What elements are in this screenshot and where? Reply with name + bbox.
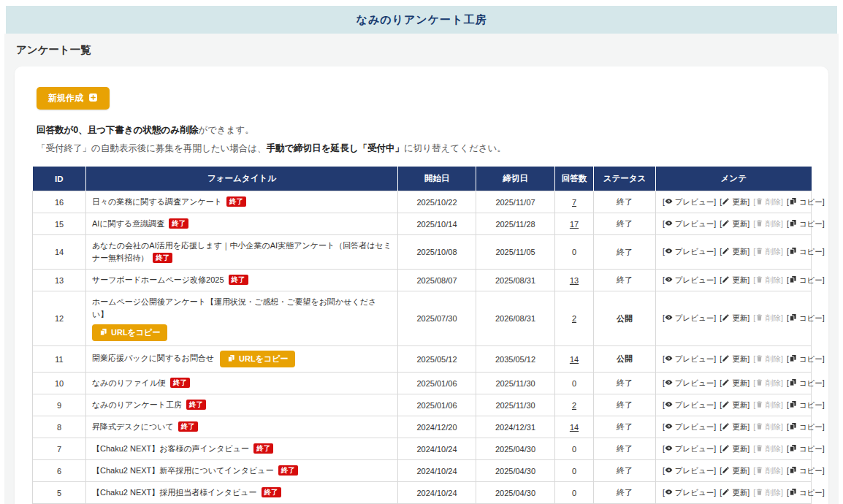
copy-button[interactable]: [ コピー] bbox=[787, 400, 825, 409]
delete-button[interactable]: [ 削除] bbox=[753, 219, 783, 228]
preview-button[interactable]: [ プレビュー] bbox=[663, 247, 716, 256]
update-button[interactable]: [ 更新] bbox=[720, 354, 749, 363]
preview-button[interactable]: [ プレビュー] bbox=[663, 313, 716, 322]
update-button[interactable]: [ 更新] bbox=[720, 400, 749, 409]
ended-badge: 終了 bbox=[253, 443, 273, 454]
preview-button[interactable]: [ プレビュー] bbox=[663, 275, 716, 284]
delete-button[interactable]: [ 削除] bbox=[753, 275, 783, 284]
form-title: 日々の業務に関する調査アンケート bbox=[92, 197, 222, 206]
deadline-date: 2025/11/30 bbox=[476, 394, 555, 416]
response-count-link[interactable]: 2 bbox=[572, 401, 576, 410]
update-button[interactable]: [ 更新] bbox=[720, 488, 749, 497]
delete-button[interactable]: [ 削除] bbox=[753, 247, 783, 256]
bracket: ] bbox=[747, 400, 749, 409]
copy-icon bbox=[789, 444, 797, 453]
response-count-cell: 7 bbox=[555, 191, 594, 213]
delete-button[interactable]: [ 削除] bbox=[753, 313, 783, 322]
deadline-date: 2025/04/30 bbox=[476, 438, 555, 460]
status-badge: 終了 bbox=[594, 235, 656, 270]
survey-id: 14 bbox=[33, 235, 86, 270]
delete-label: 削除 bbox=[766, 488, 781, 497]
actions-cell: [ プレビュー] [ 更新] [ 削除] [ コピー] bbox=[656, 235, 812, 270]
pencil-icon bbox=[722, 354, 730, 363]
update-button[interactable]: [ 更新] bbox=[720, 444, 749, 453]
response-count-cell: 0 bbox=[555, 373, 594, 394]
update-button[interactable]: [ 更新] bbox=[720, 422, 749, 431]
bracket: ] bbox=[747, 197, 749, 206]
preview-button[interactable]: [ プレビュー] bbox=[663, 400, 716, 409]
trash-icon bbox=[755, 247, 763, 256]
delete-button[interactable]: [ 削除] bbox=[753, 400, 783, 409]
form-title-cell: なみのりアンケート工房終了 bbox=[86, 394, 398, 416]
copy-button[interactable]: [ コピー] bbox=[787, 444, 825, 453]
eye-icon bbox=[665, 444, 673, 453]
preview-label: プレビュー bbox=[675, 275, 714, 284]
copy-button[interactable]: [ コピー] bbox=[787, 354, 825, 363]
response-count-link[interactable]: 17 bbox=[570, 220, 579, 229]
delete-button[interactable]: [ 削除] bbox=[753, 422, 783, 431]
actions-cell: [ プレビュー] [ 更新] [ 削除] [ コピー] bbox=[656, 270, 812, 291]
response-count-cell: 0 bbox=[555, 438, 594, 460]
update-button[interactable]: [ 更新] bbox=[720, 247, 749, 256]
delete-button[interactable]: [ 削除] bbox=[753, 444, 783, 453]
col-maintenance: メンテ bbox=[656, 167, 812, 191]
copy-button[interactable]: [ コピー] bbox=[787, 488, 825, 497]
update-label: 更新 bbox=[732, 197, 747, 206]
actions-cell: [ プレビュー] [ 更新] [ 削除] [ コピー] bbox=[656, 394, 812, 416]
eye-icon bbox=[665, 400, 673, 409]
preview-button[interactable]: [ プレビュー] bbox=[663, 219, 716, 228]
start-date: 2025/07/30 bbox=[398, 291, 476, 346]
preview-button[interactable]: [ プレビュー] bbox=[663, 466, 716, 475]
bracket: ] bbox=[781, 444, 783, 453]
copy-button[interactable]: [ コピー] bbox=[787, 247, 825, 256]
response-count-link[interactable]: 2 bbox=[572, 314, 576, 323]
update-button[interactable]: [ 更新] bbox=[720, 313, 749, 322]
update-button[interactable]: [ 更新] bbox=[720, 197, 749, 206]
copy-button[interactable]: [ コピー] bbox=[787, 275, 825, 284]
create-new-button[interactable]: 新規作成 bbox=[37, 87, 110, 110]
form-title: 昇降式デスクについて bbox=[92, 422, 174, 431]
copy-button[interactable]: [ コピー] bbox=[787, 466, 825, 475]
bracket: ] bbox=[781, 400, 783, 409]
pencil-icon bbox=[722, 422, 730, 431]
copy-url-button[interactable]: URLをコピー bbox=[220, 351, 295, 367]
preview-button[interactable]: [ プレビュー] bbox=[663, 197, 716, 206]
start-date: 2025/08/07 bbox=[398, 270, 476, 291]
copy-button[interactable]: [ コピー] bbox=[787, 313, 825, 322]
bracket: ] bbox=[714, 354, 716, 363]
delete-button[interactable]: [ 削除] bbox=[753, 378, 783, 387]
delete-button[interactable]: [ 削除] bbox=[753, 354, 783, 363]
copy-button[interactable]: [ コピー] bbox=[787, 197, 825, 206]
actions-cell: [ プレビュー] [ 更新] [ 削除] [ コピー] bbox=[656, 346, 812, 373]
survey-id: 8 bbox=[33, 416, 86, 438]
copy-button[interactable]: [ コピー] bbox=[787, 378, 825, 387]
response-count-link[interactable]: 14 bbox=[570, 423, 579, 432]
response-count-link[interactable]: 14 bbox=[570, 355, 579, 364]
delete-button[interactable]: [ 削除] bbox=[753, 466, 783, 475]
preview-label: プレビュー bbox=[675, 247, 714, 256]
delete-label: 削除 bbox=[766, 354, 781, 363]
preview-button[interactable]: [ プレビュー] bbox=[663, 354, 716, 363]
preview-button[interactable]: [ プレビュー] bbox=[663, 422, 716, 431]
copy-button[interactable]: [ コピー] bbox=[787, 422, 825, 431]
status-badge: 公開 bbox=[594, 291, 656, 346]
preview-button[interactable]: [ プレビュー] bbox=[663, 488, 716, 497]
copy-url-button[interactable]: URLをコピー bbox=[92, 324, 167, 341]
actions-cell: [ プレビュー] [ 更新] [ 削除] [ コピー] bbox=[656, 438, 812, 460]
eye-icon bbox=[665, 197, 673, 206]
preview-button[interactable]: [ プレビュー] bbox=[663, 444, 716, 453]
update-button[interactable]: [ 更新] bbox=[720, 378, 749, 387]
preview-button[interactable]: [ プレビュー] bbox=[663, 378, 716, 387]
update-button[interactable]: [ 更新] bbox=[720, 466, 749, 475]
delete-button[interactable]: [ 削除] bbox=[753, 197, 783, 206]
page-title: アンケート一覧 bbox=[16, 43, 828, 57]
trash-icon bbox=[755, 197, 763, 206]
update-button[interactable]: [ 更新] bbox=[720, 275, 749, 284]
bracket: ] bbox=[823, 444, 825, 453]
response-count-link[interactable]: 7 bbox=[572, 198, 576, 207]
update-button[interactable]: [ 更新] bbox=[720, 219, 749, 228]
form-title-cell: AIに関する意識調査終了 bbox=[86, 213, 398, 235]
copy-button[interactable]: [ コピー] bbox=[787, 219, 825, 228]
response-count-link[interactable]: 13 bbox=[570, 276, 579, 285]
delete-button[interactable]: [ 削除] bbox=[753, 488, 783, 497]
